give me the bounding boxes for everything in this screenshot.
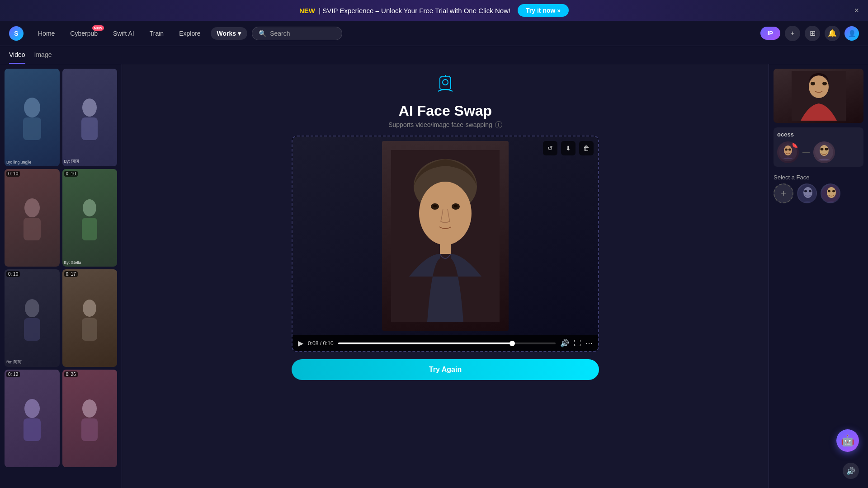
grid-button[interactable]: ⊞ (805, 26, 820, 41)
svg-point-35 (785, 149, 788, 151)
nav-cyberpub[interactable]: Cyberpub New (65, 27, 103, 40)
svg-point-0 (24, 98, 40, 117)
svg-point-31 (811, 82, 815, 85)
nav-swift-ai[interactable]: Swift AI (108, 27, 140, 40)
svg-rect-16 (440, 77, 451, 89)
try-again-button[interactable]: Try Again (292, 359, 599, 380)
rp-target-face[interactable] (813, 141, 835, 163)
svg-rect-13 (24, 418, 41, 441)
select-face-section: Select a Face + (774, 171, 863, 203)
add-button[interactable]: + (785, 26, 800, 41)
right-panel: ocess × — (769, 64, 868, 488)
notifications-button[interactable]: 🔔 (825, 26, 840, 41)
upgrade-button[interactable]: IP (760, 27, 780, 40)
tab-image[interactable]: Image (34, 47, 52, 64)
tool-title: AI Face Swap (399, 103, 492, 119)
rp-source-face[interactable]: × (777, 141, 799, 163)
remove-face-button[interactable]: × (793, 141, 799, 148)
banner-try-button[interactable]: Try it now » (518, 4, 569, 17)
floating-audio-button[interactable]: 🔊 (843, 463, 859, 479)
floating-chat-button[interactable]: 🤖 (836, 429, 859, 452)
tab-video[interactable]: Video (9, 47, 25, 64)
list-item[interactable]: 0: 10 By: 阿阿 (5, 269, 60, 367)
thumbnail-duration: 0: 26 (64, 371, 78, 377)
svg-point-8 (25, 299, 39, 317)
video-download-button[interactable]: ⬇ (561, 141, 576, 155)
list-item[interactable]: By: 阿阿 (62, 69, 118, 166)
list-item[interactable]: 0: 26 (62, 370, 118, 467)
svg-rect-1 (23, 117, 41, 140)
info-icon[interactable]: ℹ (495, 121, 502, 128)
thumbnail-duration: 0: 10 (64, 171, 78, 177)
video-toolbar: ↺ ⬇ 🗑 (543, 141, 594, 155)
progress-bar[interactable] (338, 343, 556, 344)
arrow-icon: — (802, 148, 810, 156)
svg-point-4 (24, 198, 40, 217)
face-swap-icon (434, 73, 456, 99)
nav-explore[interactable]: Explore (174, 27, 206, 40)
tool-subtitle: Supports video/image face-swapping ℹ (388, 121, 502, 128)
site-logo[interactable]: S (9, 26, 24, 41)
video-time: 0:08 / 0:10 (308, 340, 334, 347)
video-container: ↺ ⬇ 🗑 (292, 136, 599, 352)
list-item[interactable]: 0: 12 (5, 370, 60, 467)
svg-rect-7 (82, 218, 97, 240)
video-refresh-button[interactable]: ↺ (543, 141, 557, 155)
nav-works[interactable]: Works ▾ (211, 27, 248, 40)
list-item[interactable]: 0: 17 (62, 269, 118, 367)
list-item[interactable]: 0: 10 (5, 169, 60, 267)
sidebar: By: linglungjie By: 阿阿 0: 10 0: 10 B (0, 64, 122, 488)
add-face-button[interactable]: + (774, 183, 793, 203)
center-content: AI Face Swap Supports video/image face-s… (122, 64, 769, 488)
rp-preview (774, 69, 863, 123)
svg-point-14 (82, 399, 97, 418)
navbar: S Home Cyberpub New Swift AI Train Explo… (0, 21, 868, 46)
nav-train[interactable]: Train (144, 27, 169, 40)
progress-thumb[interactable] (509, 341, 515, 346)
thumbnail-grid: By: linglungjie By: 阿阿 0: 10 0: 10 B (5, 69, 117, 467)
svg-point-10 (83, 300, 96, 317)
video-frame (292, 136, 598, 335)
fullscreen-button[interactable]: ⛶ (574, 339, 581, 347)
list-item[interactable]: 0: 10 By: Stella (62, 169, 118, 267)
thumbnail-author: By: linglungjie (6, 160, 32, 164)
svg-point-26 (433, 205, 437, 207)
main-layout: By: linglungjie By: 阿阿 0: 10 0: 10 B (0, 64, 868, 488)
svg-point-40 (825, 148, 828, 150)
rp-process-title: ocess (777, 131, 860, 138)
search-input[interactable]: 🔍 Search (252, 27, 342, 40)
more-options-button[interactable]: ⋯ (585, 339, 593, 347)
tabs-bar: Video Image (0, 46, 868, 64)
nav-home[interactable]: Home (33, 27, 60, 40)
svg-rect-28 (440, 240, 451, 254)
banner-text: NEW | SVIP Experience – Unlock Your Free… (299, 7, 510, 14)
svg-point-30 (809, 75, 829, 98)
banner-close-button[interactable]: × (854, 6, 859, 15)
volume-button[interactable]: 🔊 (560, 339, 569, 347)
video-delete-button[interactable]: 🗑 (579, 141, 594, 155)
svg-point-39 (821, 148, 824, 150)
svg-rect-11 (82, 318, 97, 341)
thumbnail-duration: 0: 17 (64, 271, 78, 277)
play-button[interactable]: ▶ (298, 339, 303, 347)
rp-face-row: × — (777, 141, 860, 163)
thumbnail-author: By: Stella (64, 260, 81, 265)
face-option-1[interactable] (797, 183, 817, 203)
svg-point-48 (832, 190, 835, 192)
progress-fill (338, 343, 512, 344)
rp-process-area: ocess × — (774, 127, 863, 167)
search-icon: 🔍 (259, 30, 266, 37)
avatar[interactable]: 👤 (844, 26, 859, 41)
thumbnail-duration: 0: 10 (6, 171, 20, 177)
svg-point-23 (419, 182, 472, 245)
promo-banner: NEW | SVIP Experience – Unlock Your Free… (0, 0, 868, 21)
list-item[interactable]: By: linglungjie (5, 69, 60, 166)
thumbnail-duration: 0: 10 (6, 271, 20, 277)
svg-point-17 (443, 80, 448, 85)
select-face-title: Select a Face (774, 174, 863, 181)
nav-right-group: IP + ⊞ 🔔 👤 (760, 26, 859, 41)
thumbnail-author: By: 阿阿 (64, 159, 80, 164)
face-option-2[interactable] (821, 183, 840, 203)
svg-point-12 (24, 399, 40, 418)
video-controls: ▶ 0:08 / 0:10 🔊 ⛶ ⋯ (292, 335, 598, 351)
